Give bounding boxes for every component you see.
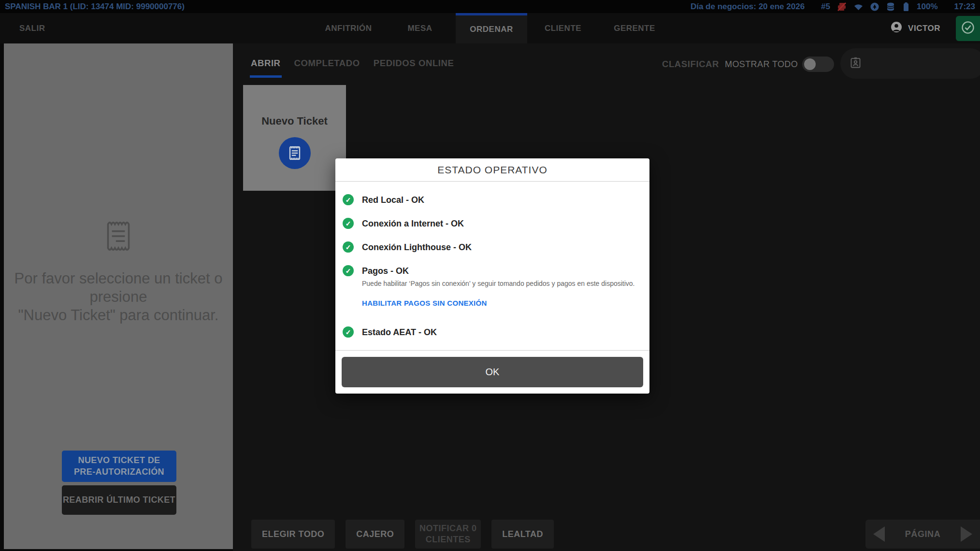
printer-error-icon <box>836 1 847 12</box>
nav-bar: SALIR ANFITRIÓN MESA ORDENAR CLIENTE GER… <box>0 13 980 43</box>
bottom-action-bar: ELEGIR TODO CAJERO NOTIFICAR 0 CLIENTES … <box>251 520 554 549</box>
terminal-number: #5 <box>821 2 830 12</box>
cashier-button[interactable]: CAJERO <box>346 520 404 549</box>
page-prev-icon[interactable] <box>873 526 885 542</box>
message-line: presione <box>4 288 233 306</box>
business-day: Día de negocios: 20 ene 2026 <box>691 2 805 12</box>
status-bar: SPANISH BAR 1 (LID: 13474 MID: 999000077… <box>0 0 980 13</box>
status-item-red-local: ✓ Red Local - OK <box>335 194 649 205</box>
status-item-lighthouse: ✓ Conexión Lighthouse - OK <box>335 241 649 253</box>
check-icon: ✓ <box>343 241 354 253</box>
status-item-internet: ✓ Conexión a Internet - OK <box>335 218 649 229</box>
nav-item-gerente[interactable]: GERENTE <box>599 13 670 43</box>
notify-customers-button: NOTIFICAR 0 CLIENTES <box>415 520 481 549</box>
page-next-icon[interactable] <box>961 526 972 542</box>
check-icon: ✓ <box>343 265 354 276</box>
status-check-button[interactable] <box>956 16 980 41</box>
operational-status-modal: ESTADO OPERATIVO ✓ Red Local - OK ✓ Cone… <box>335 158 649 394</box>
preauth-ticket-button[interactable]: NUEVO TICKET DE PRE-AUTORIZACIÓN <box>62 451 176 482</box>
enable-offline-payments-link[interactable]: HABILITAR PAGOS SIN CONEXIÓN <box>362 299 487 307</box>
show-all-label: MOSTRAR TODO <box>725 59 798 70</box>
select-all-button[interactable]: ELEGIR TODO <box>251 520 335 549</box>
check-icon: ✓ <box>343 194 354 205</box>
user-name[interactable]: VICTOR <box>908 24 940 33</box>
new-ticket-card[interactable]: Nuevo Ticket <box>243 85 346 191</box>
status-item-label: Conexión Lighthouse - OK <box>362 241 472 253</box>
modal-title: ESTADO OPERATIVO <box>437 164 548 176</box>
toggle-knob <box>804 58 816 70</box>
nav-item-salir[interactable]: SALIR <box>19 13 45 43</box>
status-item-label: Conexión a Internet - OK <box>362 218 464 229</box>
page-navigation[interactable]: PÁGINA <box>865 520 980 549</box>
clock: 17:23 <box>954 2 975 12</box>
ok-button[interactable]: OK <box>342 357 643 387</box>
status-item-pagos: ✓ Pagos - OK <box>335 265 649 276</box>
receipt-icon <box>103 216 133 258</box>
classify-button[interactable]: CLASIFICAR <box>662 59 719 70</box>
pos-screen: SPANISH BAR 1 (LID: 13474 MID: 999000077… <box>0 0 980 551</box>
show-all-toggle[interactable] <box>802 57 834 72</box>
modal-footer: OK <box>335 350 649 394</box>
new-ticket-receipt-icon <box>279 137 311 169</box>
tab-pedidos-online[interactable]: PEDIDOS ONLINE <box>373 54 455 78</box>
wifi-icon <box>853 2 864 11</box>
status-bar-right: Día de negocios: 20 ene 2026 #5 100% 17:… <box>691 1 975 12</box>
nav-item-ordenar[interactable]: ORDENAR <box>456 13 527 43</box>
nav-user-area: VICTOR <box>891 13 980 43</box>
sync-icon <box>870 2 879 12</box>
new-ticket-label: Nuevo Ticket <box>261 115 328 127</box>
nav-item-cliente[interactable]: CLIENTE <box>527 13 599 43</box>
modal-body: ✓ Red Local - OK ✓ Conexión a Internet -… <box>335 182 649 350</box>
loyalty-button[interactable]: LEALTAD <box>491 520 554 549</box>
customer-search-box[interactable] <box>840 48 980 79</box>
ticket-detail-panel: Por favor seleccione un ticket o presion… <box>4 43 233 549</box>
check-icon: ✓ <box>343 218 354 229</box>
status-item-label: Red Local - OK <box>362 194 424 205</box>
status-item-label: Pagos - OK <box>362 265 409 276</box>
pagos-description: Puede habilitar ‘Pagos sin conexión’ y s… <box>362 280 638 287</box>
contact-card-icon <box>849 56 862 71</box>
modal-header: ESTADO OPERATIVO <box>335 158 649 182</box>
check-circle-icon <box>961 20 975 36</box>
database-icon <box>886 2 895 12</box>
nav-tabs: ANFITRIÓN MESA ORDENAR CLIENTE GERENTE <box>313 13 670 43</box>
nav-item-anfitrion[interactable]: ANFITRIÓN <box>313 13 384 43</box>
battery-percent: 100% <box>917 2 937 12</box>
ticket-tabs: ABRIR COMPLETADO PEDIDOS ONLINE <box>250 54 455 78</box>
message-line: "Nuevo Ticket" para continuar. <box>4 306 233 325</box>
nav-item-mesa[interactable]: MESA <box>384 13 456 43</box>
store-info: SPANISH BAR 1 (LID: 13474 MID: 999000077… <box>5 2 185 12</box>
tab-abrir[interactable]: ABRIR <box>250 54 282 78</box>
reopen-last-ticket-button[interactable]: REABRIR ÚLTIMO TICKET <box>62 485 176 515</box>
avatar-icon <box>891 21 902 35</box>
message-line: Por favor seleccione un ticket o <box>4 269 233 288</box>
status-item-aeat: ✓ Estado AEAT - OK <box>335 326 649 338</box>
check-icon: ✓ <box>343 326 354 338</box>
tab-completado[interactable]: COMPLETADO <box>293 54 361 78</box>
status-item-label: Estado AEAT - OK <box>362 326 437 338</box>
page-label: PÁGINA <box>905 529 941 539</box>
select-ticket-message: Por favor seleccione un ticket o presion… <box>4 269 233 325</box>
battery-icon <box>902 1 910 12</box>
